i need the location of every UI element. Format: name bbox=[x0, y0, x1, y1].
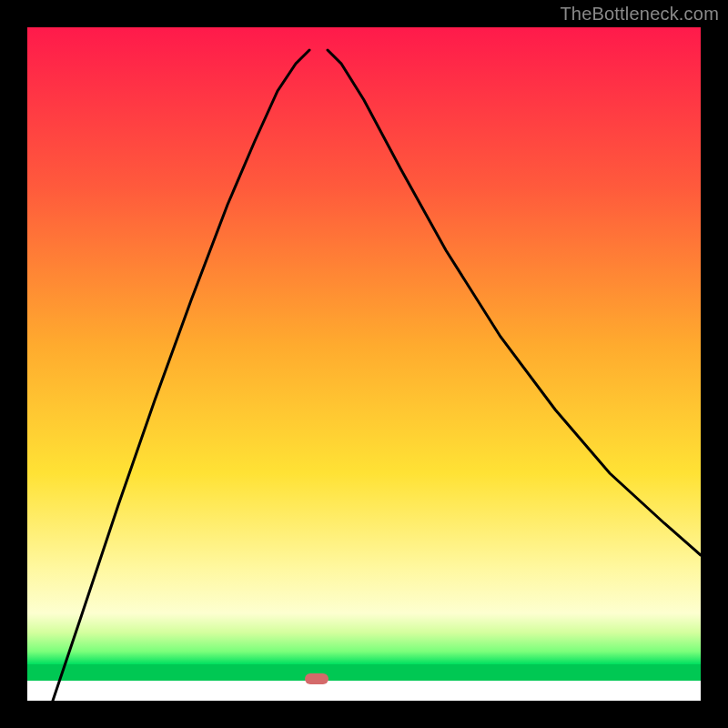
bottleneck-curve bbox=[27, 27, 701, 701]
watermark-text: TheBottleneck.com bbox=[560, 4, 719, 25]
optimal-marker bbox=[305, 673, 329, 684]
chart-frame: TheBottleneck.com bbox=[0, 0, 728, 728]
plot-area bbox=[27, 27, 701, 701]
